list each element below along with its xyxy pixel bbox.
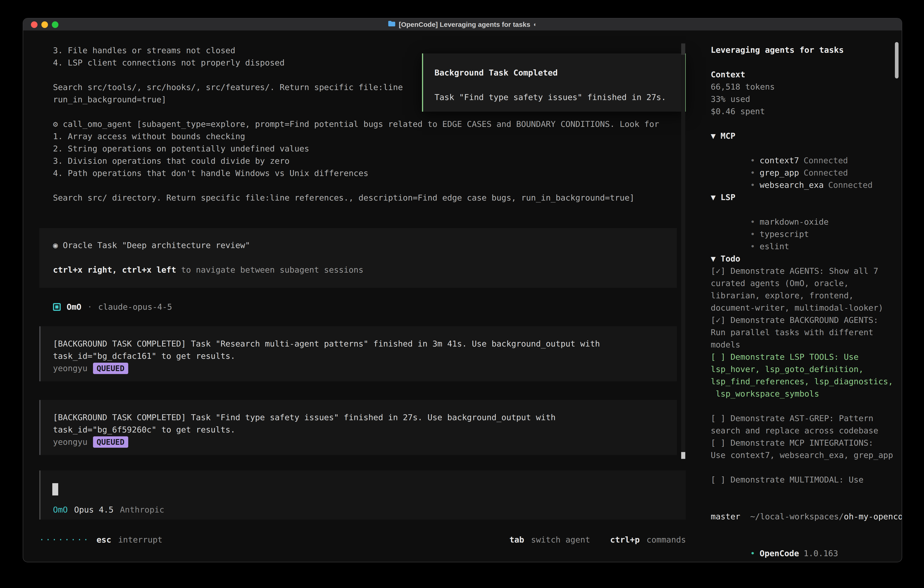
agent-separator: · <box>87 301 92 313</box>
status-left: ········ esc interrupt <box>40 533 163 546</box>
session-title: Leveraging agents for tasks <box>711 44 897 56</box>
bullet-icon: • <box>750 230 755 239</box>
scrollback-line: 4. Path operations that don't handle Win… <box>53 167 659 179</box>
workspace-path: ~/local-workspaces/oh-my-opencode: <box>711 498 897 510</box>
message-meta: yeongyu QUEUED <box>53 362 677 375</box>
spinner-dots-icon: ········ <box>40 533 89 546</box>
todo-item-line: search and replace across codebase <box>711 424 897 437</box>
hint-keys: ctrl+x right, ctrl+x left <box>53 265 176 274</box>
input-meta: OmO Opus 4.5 Anthropic <box>53 504 164 516</box>
todo-item-line: lsp_find_references, lsp_diagnostics, <box>711 375 897 388</box>
mcp-status: Connected <box>828 180 873 190</box>
todo-item-line: Use context7, websearch_exa, grep_app <box>711 449 897 461</box>
commands-key-hint: ctrl+p <box>610 533 640 546</box>
spacer-line <box>711 56 897 68</box>
spacer-line <box>711 486 897 498</box>
terminal-window: [OpenCode] Leveraging agents for tasks ◐… <box>23 18 902 562</box>
mcp-name: grep_app <box>760 168 799 177</box>
scrollback-line: Search src/ directory. Return specific f… <box>53 192 659 204</box>
minimize-button[interactable] <box>41 21 48 28</box>
spacer-line <box>711 117 897 130</box>
todo-item-line: librarian, explore, frontend, <box>711 289 897 302</box>
tool-call-line: ⚙ call_omo_agent [subagent_type=explore,… <box>53 118 659 130</box>
message-text: task_id="bg_dcfac161" to get results. <box>53 350 677 362</box>
version-line: •OpenCode1.0.163 <box>711 535 897 547</box>
todo-item-line: [ ] Demonstrate LSP TOOLS: Use <box>711 351 897 363</box>
tab-key-hint: tab <box>509 533 524 546</box>
close-button[interactable] <box>31 21 38 28</box>
mcp-status: Connected <box>804 156 848 165</box>
input-agent-name: OmO <box>53 504 68 516</box>
mcp-status: Connected <box>804 168 848 177</box>
message-author: yeongyu <box>53 362 87 375</box>
workspace-path-prefix: ~/local-workspaces/ <box>750 512 844 521</box>
tab-key-label: switch agent <box>531 533 590 546</box>
lsp-item: •markdown-oxide <box>711 203 897 216</box>
agent-icon <box>53 303 61 311</box>
zoom-button[interactable] <box>52 21 58 28</box>
workspace-repo: oh-my-opencode: <box>844 512 902 521</box>
message-author: yeongyu <box>53 436 87 448</box>
mcp-item: •context7Connected <box>711 142 897 154</box>
scrollback-line: 2. String operations on potentially unde… <box>53 142 659 155</box>
bullet-icon: • <box>750 549 755 558</box>
toast-body: Task "Find type safety issues" finished … <box>434 91 675 104</box>
window-titlebar[interactable]: [OpenCode] Leveraging agents for tasks ◐ <box>23 18 902 31</box>
session-state-icon: ◐ <box>533 21 537 28</box>
todo-item-line: document-writer, multimodal-looker) <box>711 302 897 314</box>
mcp-name: context7 <box>760 156 799 165</box>
subagent-nav-hint: ctrl+x right, ctrl+x left to navigate be… <box>53 264 677 276</box>
todo-item-line: curated agents (OmO, oracle, <box>711 277 897 289</box>
prompt-input[interactable]: OmO Opus 4.5 Anthropic <box>40 471 686 520</box>
queued-status-badge: QUEUED <box>93 436 128 448</box>
folder-icon <box>388 20 396 28</box>
todo-item-line: Run parallel tasks with different <box>711 326 897 339</box>
todo-item-line: [✓] Demonstrate AGENTS: Show all 7 <box>711 265 897 277</box>
window-title: [OpenCode] Leveraging agents for tasks ◐ <box>388 20 537 28</box>
message-card: [BACKGROUND TASK COMPLETED] Task "Find t… <box>40 400 677 455</box>
todo-item-line: [ ] Demonstrate MULTIMODAL: Use <box>711 474 897 486</box>
message-text: task_id="bg_6f59260c" to get results. <box>53 424 677 436</box>
text-cursor <box>52 483 58 496</box>
oracle-task-panel: ◉ Oracle Task "Deep architecture review"… <box>40 228 677 288</box>
background-task-toast[interactable]: Background Task Completed Task "Find typ… <box>422 53 686 112</box>
sidebar-scrollbar-thumb[interactable] <box>895 42 899 78</box>
bullet-icon: • <box>750 242 755 251</box>
app-version: 1.0.163 <box>804 549 838 558</box>
message-meta: yeongyu QUEUED <box>53 436 677 448</box>
scrollback-line: 3. Division operations that could divide… <box>53 155 659 167</box>
todo-heading[interactable]: ▼ Todo <box>711 253 897 265</box>
mcp-name: websearch_exa <box>760 180 824 190</box>
lsp-name: typescript <box>760 230 809 239</box>
commands-key-label: commands <box>647 533 686 546</box>
main-scrollbar-segment[interactable] <box>681 43 685 55</box>
context-tokens: 66,518 tokens <box>711 81 897 93</box>
message-text: [BACKGROUND TASK COMPLETED] Task "Resear… <box>53 338 677 350</box>
input-provider-name: Anthropic <box>120 504 164 516</box>
terminal-main-pane: 3. File handles or streams not closed 4.… <box>23 31 698 562</box>
bullet-icon: • <box>750 180 755 190</box>
context-spent: $0.46 spent <box>711 105 897 117</box>
agent-model: claude-opus-4-5 <box>98 301 172 313</box>
traffic-lights <box>31 21 58 28</box>
todo-item-line: lsp_hover, lsp_goto_definition, <box>711 363 897 375</box>
scrollback-line: 1. Array access without bounds checking <box>53 130 659 142</box>
context-heading: Context <box>711 68 897 81</box>
spacer-line <box>711 461 897 474</box>
mcp-heading[interactable]: ▼ MCP <box>711 130 897 142</box>
bullet-icon: • <box>750 156 755 165</box>
esc-key-hint: esc <box>96 533 111 546</box>
message-card: [BACKGROUND TASK COMPLETED] Task "Resear… <box>40 326 677 381</box>
lsp-name: markdown-oxide <box>760 217 828 226</box>
todo-item-line: [✓] Demonstrate BACKGROUND AGENTS: <box>711 314 897 326</box>
todo-item-line: [ ] Demonstrate MCP INTEGRATIONS: <box>711 437 897 449</box>
app-name: OpenCode <box>760 549 799 558</box>
status-right: tab switch agent ctrl+p commands <box>509 533 686 546</box>
main-scrollbar-thumb[interactable] <box>681 452 685 459</box>
main-scrollbar-track[interactable] <box>681 43 685 459</box>
spacer-line <box>711 400 897 412</box>
bullet-icon: • <box>750 168 755 177</box>
queued-status-badge: QUEUED <box>93 363 128 374</box>
todo-item-line: [ ] Demonstrate AST-GREP: Pattern <box>711 412 897 424</box>
session-sidebar: Leveraging agents for tasks Context 66,5… <box>698 31 902 562</box>
